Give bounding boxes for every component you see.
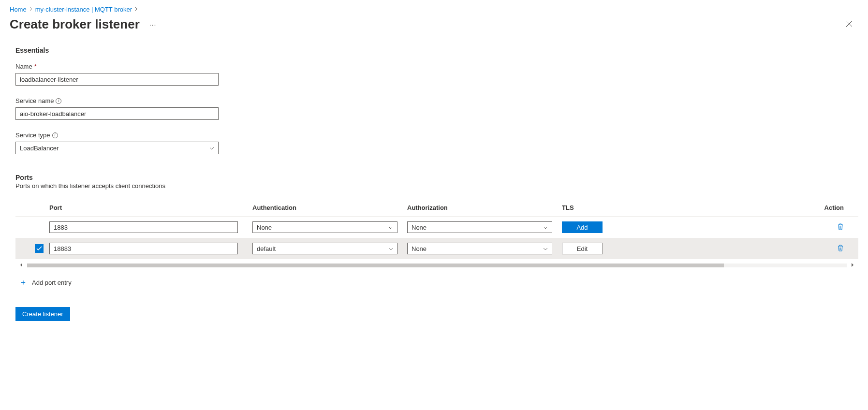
chevron-down-icon <box>388 225 393 230</box>
service-type-select[interactable]: LoadBalancer <box>15 142 219 154</box>
tls-add-button[interactable]: Add <box>562 221 603 233</box>
plus-icon: ＋ <box>19 278 27 288</box>
scroll-left-icon[interactable] <box>17 261 25 270</box>
column-port: Port <box>49 204 252 211</box>
column-action: Action <box>726 204 858 211</box>
authentication-select[interactable]: None <box>252 221 397 233</box>
column-authorization: Authorization <box>407 204 562 211</box>
service-name-input[interactable] <box>15 107 219 120</box>
breadcrumb: Home my-cluster-instance | MQTT broker <box>10 6 858 13</box>
column-authentication: Authentication <box>252 204 407 211</box>
info-icon[interactable]: i <box>56 98 61 104</box>
service-type-label: Service type i <box>15 132 858 139</box>
port-row: default None <box>15 238 858 259</box>
authentication-select[interactable]: default <box>252 243 397 254</box>
column-tls: TLS <box>562 204 726 211</box>
chevron-right-icon <box>135 7 138 12</box>
breadcrumb-instance[interactable]: my-cluster-instance | MQTT broker <box>35 6 132 13</box>
chevron-right-icon <box>29 7 32 12</box>
service-name-label: Service name i <box>15 97 858 104</box>
close-button[interactable] <box>844 18 854 31</box>
name-input[interactable] <box>15 73 219 86</box>
port-input[interactable] <box>49 243 238 254</box>
scroll-right-icon[interactable] <box>849 261 856 270</box>
chevron-down-icon <box>388 246 393 251</box>
chevron-down-icon <box>543 246 548 251</box>
ports-table-header: Port Authentication Authorization TLS Ac… <box>15 204 858 217</box>
required-indicator: * <box>34 63 37 70</box>
create-listener-button[interactable]: Create listener <box>15 307 70 321</box>
delete-row-button[interactable] <box>837 224 844 232</box>
name-label: Name * <box>15 63 858 70</box>
horizontal-scrollbar[interactable] <box>15 261 858 270</box>
chevron-down-icon <box>543 225 548 230</box>
authorization-select[interactable]: None <box>407 243 552 254</box>
more-button[interactable]: ··· <box>149 21 157 29</box>
ports-description: Ports on which this listener accepts cli… <box>15 182 858 190</box>
add-port-entry-button[interactable]: ＋ Add port entry <box>15 278 858 288</box>
info-icon[interactable]: i <box>52 132 58 138</box>
ports-heading: Ports <box>15 174 858 181</box>
authorization-select[interactable]: None <box>407 221 552 233</box>
breadcrumb-home[interactable]: Home <box>10 6 27 13</box>
port-input[interactable] <box>49 221 238 233</box>
scroll-thumb[interactable] <box>27 264 724 267</box>
tls-edit-button[interactable]: Edit <box>562 243 603 254</box>
page-title: Create broker listener <box>10 17 140 32</box>
essentials-heading: Essentials <box>15 46 858 54</box>
row-checkbox[interactable] <box>35 244 44 253</box>
delete-row-button[interactable] <box>837 246 844 253</box>
chevron-down-icon <box>209 146 214 151</box>
port-row: None None <box>15 217 858 238</box>
